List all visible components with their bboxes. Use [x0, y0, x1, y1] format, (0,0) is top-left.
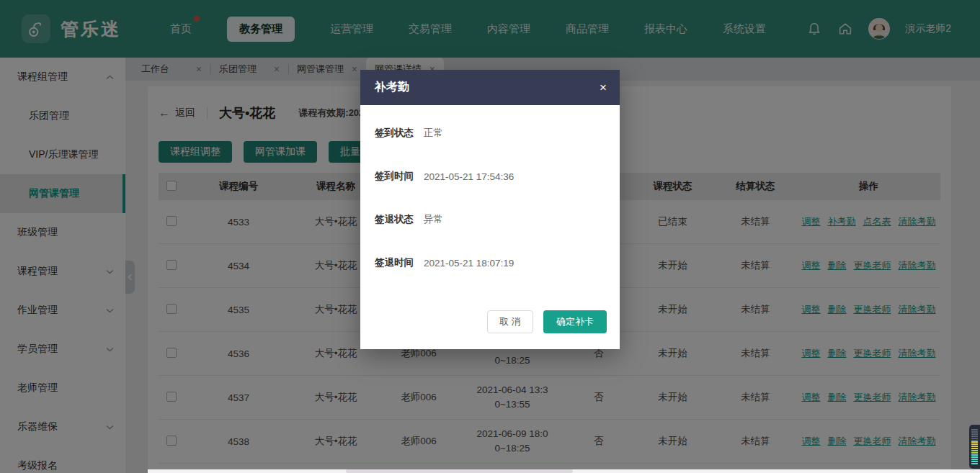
checkout-status-label: 签退状态 [375, 213, 414, 226]
checkin-time-value: 2021-05-21 17:54:36 [424, 171, 514, 182]
confirm-makeup-button[interactable]: 确定补卡 [543, 310, 607, 333]
checkout-time-label: 签退时间 [375, 256, 414, 269]
cancel-button[interactable]: 取 消 [487, 310, 533, 333]
checkout-status-value: 异常 [424, 213, 443, 226]
checkin-status-value: 正常 [424, 127, 443, 140]
stripes-cyan [971, 454, 978, 464]
stripes-gray [971, 429, 978, 441]
stripes-yellow [971, 441, 978, 450]
close-icon[interactable]: × [600, 81, 607, 94]
makeup-attendance-modal: 补考勤 × 签到状态 正常 签到时间 2021-05-21 17:54:36 签… [360, 70, 620, 349]
floating-devtools-widget[interactable] [969, 425, 980, 469]
horizontal-scrollbar[interactable] [148, 469, 980, 473]
modal-title: 补考勤 [375, 80, 409, 95]
checkout-time-value: 2021-05-21 18:07:19 [424, 258, 514, 269]
modal-header: 补考勤 × [360, 70, 620, 105]
checkin-status-label: 签到状态 [375, 127, 414, 140]
checkin-time-label: 签到时间 [375, 170, 414, 183]
scrollbar-thumb[interactable] [346, 469, 573, 473]
